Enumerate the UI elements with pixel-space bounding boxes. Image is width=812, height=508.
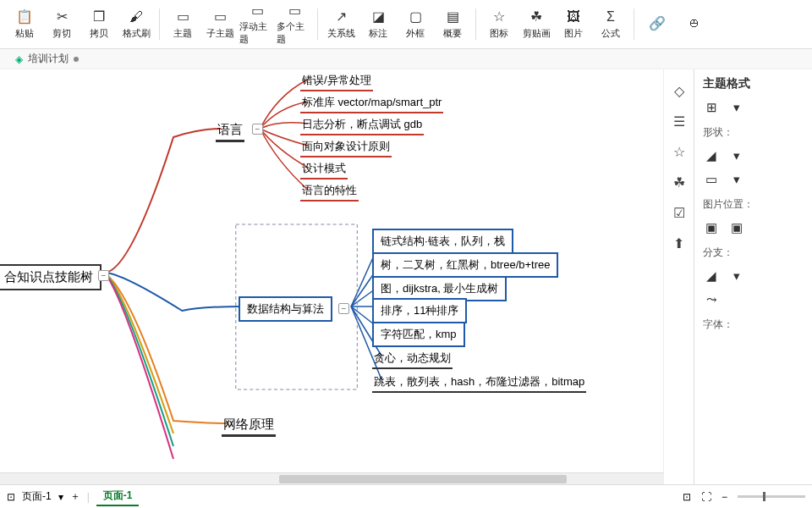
- mindmap-node[interactable]: 贪心，动态规划: [372, 349, 453, 369]
- mindmap-node[interactable]: 面向对象设计原则: [300, 137, 392, 157]
- clipart-icon: ☘: [528, 8, 545, 25]
- format-button[interactable]: 🖌格式刷: [118, 3, 154, 44]
- panel-title: 主题格式: [703, 76, 804, 91]
- main-toolbar: 📋粘贴 ✂剪切 ❐拷贝 🖌格式刷 ▭主题 ▭子主题 ▭浮动主题 ▭多个主题 ↗关…: [0, 0, 812, 49]
- export-icon[interactable]: ⬆: [670, 234, 689, 252]
- summary-button[interactable]: ▤概要: [435, 3, 470, 44]
- status-bar: ⊡ 页面-1 ▾ ＋ | 页面-1 ⊡ ⛶ −: [0, 484, 812, 508]
- xmind-icon: ◈: [15, 53, 23, 65]
- fullscreen-icon[interactable]: ⛶: [701, 491, 711, 503]
- layout-icon[interactable]: ▾: [728, 100, 745, 115]
- mindmap-node[interactable]: 日志分析，断点调试 gdb: [300, 115, 424, 135]
- mindmap-node[interactable]: 跳表，散列表，hash，布隆过滤器，bitmap: [372, 373, 586, 393]
- collapse-icon[interactable]: −: [252, 124, 263, 135]
- copy-icon: ❐: [91, 8, 107, 25]
- link-button[interactable]: 🔗: [639, 3, 675, 44]
- relation-button[interactable]: ↗关系线: [323, 3, 359, 44]
- branch-label: 分支：: [703, 246, 804, 260]
- star-icon: ☆: [491, 8, 508, 25]
- icon-button[interactable]: ☆图标: [481, 3, 517, 44]
- favorite-icon[interactable]: ☆: [670, 142, 689, 161]
- mindmap-node[interactable]: 错误/异常处理: [300, 71, 373, 91]
- sigma-icon: Σ: [602, 8, 619, 25]
- multi-icon: ▭: [286, 3, 303, 19]
- network-button[interactable]: ⦺: [677, 3, 712, 44]
- formula-button[interactable]: Σ公式: [593, 3, 628, 44]
- task-icon[interactable]: ☑: [670, 203, 689, 222]
- cut-button[interactable]: ✂剪切: [44, 3, 80, 44]
- list-icon[interactable]: ☰: [670, 112, 689, 130]
- mindmap-node[interactable]: 树，二叉树，红黑树，btree/b+tree: [372, 252, 558, 278]
- relation-icon: ↗: [332, 8, 349, 25]
- image-left-icon[interactable]: ▣: [703, 220, 720, 235]
- floating-button[interactable]: ▭浮动主题: [239, 3, 275, 44]
- summary-icon: ▤: [444, 8, 461, 25]
- collapse-icon[interactable]: −: [338, 303, 349, 314]
- style-icon[interactable]: ◇: [670, 81, 689, 100]
- branch-network[interactable]: 网络原理: [222, 415, 276, 437]
- format-icon-strip: ◇ ☰ ☆ ☘ ☑ ⬆: [663, 69, 694, 484]
- paste-icon: 📋: [16, 8, 33, 25]
- boundary-button[interactable]: ▢外框: [398, 3, 433, 44]
- callout-icon: ◪: [370, 8, 387, 25]
- grid-icon[interactable]: ⊞: [703, 100, 720, 115]
- font-label: 字体：: [703, 318, 804, 332]
- chevron-down-icon[interactable]: ▾: [728, 268, 745, 284]
- mindmap-node[interactable]: 排序，11种排序: [372, 298, 467, 323]
- link-icon: 🔗: [649, 14, 666, 31]
- subtopic-icon: ▭: [211, 8, 228, 25]
- image-button[interactable]: 🖼图片: [556, 3, 591, 44]
- brush-icon: 🖌: [128, 8, 145, 25]
- mindmap-node[interactable]: 链式结构·链表，队列，栈: [372, 229, 513, 254]
- multi-button[interactable]: ▭多个主题: [277, 3, 312, 44]
- mindmap-node[interactable]: 标准库 vector/map/smart_ptr: [300, 93, 443, 113]
- clover-icon[interactable]: ☘: [670, 173, 689, 191]
- chevron-down-icon[interactable]: ▾: [728, 172, 745, 187]
- horizontal-scrollbar[interactable]: [0, 472, 682, 484]
- clipart-button[interactable]: ☘剪贴画: [518, 3, 554, 44]
- chevron-down-icon[interactable]: ▾: [728, 148, 745, 163]
- network-icon: ⦺: [686, 14, 703, 31]
- mindmap-node[interactable]: 语言的特性: [300, 181, 359, 202]
- mindmap-canvas[interactable]: 合知识点技能树 − 语言 − 错误/异常处理 标准库 vector/map/sm…: [0, 69, 694, 484]
- image-right-icon[interactable]: ▣: [728, 220, 745, 235]
- zoom-slider[interactable]: [738, 495, 805, 498]
- fill-icon[interactable]: ◢: [703, 148, 720, 163]
- floating-icon: ▭: [249, 3, 266, 19]
- fit-icon[interactable]: ⊡: [683, 491, 691, 503]
- paste-button[interactable]: 📋粘贴: [7, 3, 42, 44]
- topic-icon: ▭: [174, 8, 191, 25]
- branch-datastructure[interactable]: 数据结构与算法: [239, 296, 332, 322]
- close-icon[interactable]: [74, 57, 79, 62]
- zoom-out-button[interactable]: −: [721, 491, 727, 503]
- page-dropdown[interactable]: 页面-1: [22, 489, 52, 504]
- format-panel: 主题格式 ⊞ ▾ 形状： ◢ ▾ ▭ ▾ 图片位置： ▣ ▣ 分支： ◢ ▾ ⤳…: [694, 69, 812, 484]
- branch-language[interactable]: 语言: [216, 120, 244, 142]
- topic-button[interactable]: ▭主题: [165, 3, 200, 44]
- document-tabs: ◈ 培训计划: [0, 49, 812, 69]
- mindmap-node[interactable]: 设计模式: [300, 159, 348, 179]
- root-node[interactable]: 合知识点技能树: [0, 264, 102, 290]
- add-page-button[interactable]: ＋: [70, 489, 80, 504]
- imgpos-label: 图片位置：: [703, 197, 804, 212]
- boundary-icon: ▢: [407, 8, 424, 25]
- branch-style-icon[interactable]: ⤳: [703, 292, 720, 307]
- copy-button[interactable]: ❐拷贝: [81, 3, 117, 44]
- border-icon[interactable]: ▭: [703, 172, 720, 187]
- image-icon: 🖼: [565, 8, 582, 25]
- collapse-icon[interactable]: −: [98, 270, 109, 281]
- callout-button[interactable]: ◪标注: [360, 3, 396, 44]
- mindmap-node[interactable]: 字符匹配，kmp: [372, 322, 465, 347]
- subtopic-button[interactable]: ▭子主题: [202, 3, 238, 44]
- tab-label: 培训计划: [28, 52, 69, 66]
- shape-label: 形状：: [703, 125, 804, 140]
- document-tab[interactable]: ◈ 培训计划: [8, 50, 85, 68]
- chevron-down-icon[interactable]: ▾: [58, 491, 63, 503]
- page-tab-active[interactable]: 页面-1: [96, 487, 140, 506]
- branch-color-icon[interactable]: ◢: [703, 268, 720, 284]
- outline-icon[interactable]: ⊡: [7, 491, 15, 503]
- cut-icon: ✂: [53, 8, 70, 25]
